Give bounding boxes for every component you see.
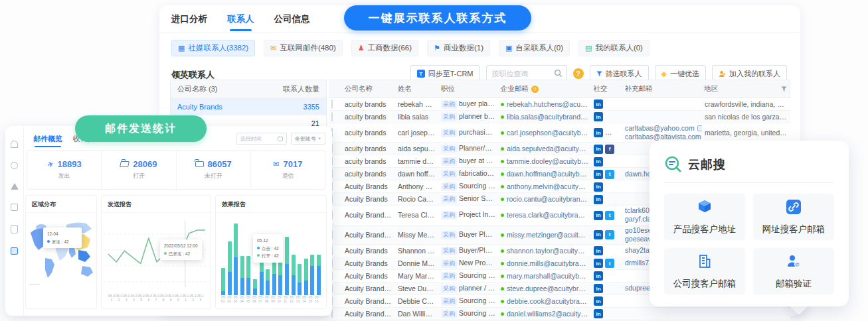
cell-social: int <box>591 210 622 221</box>
source-chip-1[interactable]: ✉互联网邮件(480) <box>264 40 343 56</box>
cell-title: 采购Sourcing Manager - <box>438 271 498 281</box>
funnel-icon <box>596 71 602 77</box>
person-at-icon: @ <box>786 253 802 272</box>
stacked-bar[interactable] <box>317 255 321 295</box>
tw-badge-icon[interactable]: t <box>605 230 614 239</box>
stacked-bar[interactable] <box>240 256 244 295</box>
cloud-action-1[interactable]: 网址搜客户邮箱 <box>753 194 834 240</box>
in-badge-icon[interactable]: in <box>594 271 603 281</box>
buyer-tag: 采购 <box>441 145 457 153</box>
in-badge-icon[interactable]: in <box>594 170 603 179</box>
fb-badge-icon[interactable]: f <box>605 145 614 154</box>
source-chip-5[interactable]: ▤我的联系人(0) <box>578 40 650 56</box>
company-row[interactable]: Acuity Brands3355 <box>171 99 326 115</box>
cloud-panel-header: 云邮搜 <box>650 141 849 173</box>
cell-social: in <box>591 156 622 167</box>
briefcase-icon[interactable] <box>11 204 18 211</box>
cell-social: in <box>591 194 622 205</box>
tw-badge-icon[interactable]: t <box>605 170 614 179</box>
cell-social: in <box>591 111 622 123</box>
in-badge-icon[interactable]: in <box>594 296 603 306</box>
row-checkbox[interactable] <box>331 99 333 109</box>
cell-name: Debbie Cook <box>395 296 438 306</box>
send-nav-icon[interactable] <box>11 183 19 190</box>
contact-row[interactable]: acuity brandslibia salas采购planner buyerl… <box>329 111 790 123</box>
cell-email: shannon.taylor@acuitybrands.com <box>498 246 591 255</box>
chart-title: 发送报告 <box>102 196 211 213</box>
cell-social: in <box>591 271 622 282</box>
x-tick: 05-05 <box>138 294 145 302</box>
region-filter-icon[interactable] <box>781 86 787 92</box>
in-badge-icon[interactable]: in <box>594 246 603 255</box>
in-badge-icon[interactable]: in <box>594 195 603 204</box>
cloud-action-0[interactable]: 产品搜客户地址 <box>664 194 745 240</box>
stacked-bar[interactable] <box>228 241 232 295</box>
in-badge-icon[interactable]: in <box>594 230 603 239</box>
in-badge-icon[interactable]: in <box>594 112 603 121</box>
stacked-bar[interactable] <box>285 237 289 295</box>
in-badge-icon[interactable]: in <box>594 128 603 137</box>
stacked-bar[interactable] <box>246 256 250 295</box>
date-range-input[interactable]: 选择时间 <box>236 133 287 145</box>
account-select[interactable]: 全部账号 ▼ <box>291 133 325 145</box>
stacked-bar[interactable] <box>310 255 314 295</box>
stacked-bar[interactable] <box>304 259 308 295</box>
stacked-bar[interactable] <box>253 279 257 295</box>
stacked-bar[interactable] <box>260 263 264 295</box>
contact-row[interactable]: acuity brandscarl josephson采购purchasing … <box>329 123 790 143</box>
stacked-bar[interactable] <box>292 255 296 295</box>
stacked-bar[interactable] <box>234 224 238 295</box>
cell-name: Mary Marshall <box>395 271 438 281</box>
source-chip-0[interactable]: ▦社媒联系人(3382) <box>171 40 255 56</box>
stacked-bar[interactable] <box>298 264 302 295</box>
top-tabs: 进口分析 联系人 公司信息 <box>171 13 310 31</box>
valid-email-dot-icon <box>501 172 504 176</box>
tab-mail-overview[interactable]: 邮件概览 <box>33 134 62 147</box>
stacked-bar[interactable] <box>266 269 270 295</box>
点击-segment <box>298 283 302 295</box>
in-badge-icon[interactable]: in <box>594 211 603 220</box>
email-text: rebekah.hutchens@acuitybrands.com <box>507 100 591 108</box>
cell-extra-emails <box>622 313 702 314</box>
cloud-action-2[interactable]: 公司搜客户邮箱 <box>664 248 745 294</box>
tw-badge-icon[interactable]: t <box>616 128 622 137</box>
report-icon[interactable] <box>11 225 18 233</box>
search-icon[interactable] <box>554 69 563 78</box>
in-badge-icon[interactable]: in <box>594 182 603 192</box>
stat-3: ✉7017退信 <box>251 151 325 189</box>
help-coin-icon[interactable]: ? <box>573 68 584 79</box>
stacked-bar[interactable] <box>278 260 282 295</box>
cell-social: in <box>591 245 622 257</box>
company-name: Acuity Brands <box>171 103 273 111</box>
tab-contacts[interactable]: 联系人 <box>227 13 254 31</box>
copy-icon[interactable] <box>697 125 702 131</box>
cell-title: 采购Planner/Buyer <box>438 143 498 154</box>
line-x-axis-labels: 05-0105-0205-0305-0405-0505-0605-0705-08… <box>108 294 204 302</box>
contacts-icon[interactable] <box>11 162 18 169</box>
source-chip-3[interactable]: ⚑商业数据(1) <box>427 40 490 56</box>
cell-email: dawn.hoffman@acuitybrands.com <box>498 169 591 178</box>
打开-segment <box>240 256 244 278</box>
in-badge-icon[interactable]: in <box>594 145 603 154</box>
buyer-tag: 采购 <box>441 231 457 239</box>
stacked-bar[interactable] <box>221 268 225 295</box>
tab-import-analysis[interactable]: 进口分析 <box>171 13 207 31</box>
source-chip-2[interactable]: ♟工商数据(66) <box>351 40 418 56</box>
verified-info-icon[interactable]: ? <box>531 86 539 93</box>
tw-badge-icon[interactable]: t <box>605 211 614 220</box>
mail-calendar-icon[interactable] <box>11 247 18 255</box>
tab-company-info[interactable]: 公司信息 <box>274 13 310 31</box>
in-badge-icon[interactable]: in <box>594 99 603 109</box>
home-icon[interactable] <box>11 141 18 148</box>
in-badge-icon[interactable]: in <box>594 284 603 293</box>
in-badge-icon[interactable]: in <box>594 309 603 318</box>
row-checkbox[interactable] <box>331 112 333 121</box>
cloud-action-3[interactable]: @邮箱验证 <box>753 248 834 294</box>
source-chip-4[interactable]: ▣自采联系人(0) <box>499 40 570 56</box>
cell-company: acuity brands <box>342 169 395 178</box>
in-badge-icon[interactable]: in <box>594 157 603 166</box>
contact-row[interactable]: Acuity Brands LightingDan Williams采购Sour… <box>329 308 790 320</box>
tw-badge-icon[interactable]: t <box>605 259 614 268</box>
contact-row[interactable]: acuity brandsrebekah hutchens采购buyer pla… <box>329 98 790 111</box>
in-badge-icon[interactable]: in <box>594 259 603 268</box>
